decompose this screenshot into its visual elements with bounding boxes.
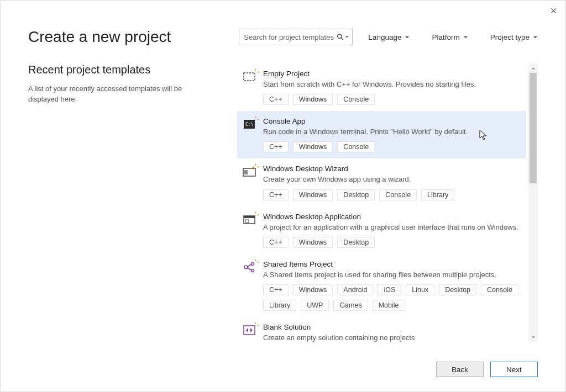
language-filter[interactable]: Language (368, 33, 410, 41)
template-tag: Console (337, 141, 375, 152)
template-tag: Windows (293, 141, 333, 152)
svg-text:C:\: C:\ (245, 122, 254, 127)
create-project-dialog: Create a new project Language Platform P… (0, 0, 566, 392)
template-description: Start from scratch with C++ for Windows.… (263, 80, 519, 89)
template-tag: Console (481, 284, 518, 295)
template-tag: Mobile (373, 300, 405, 311)
recent-panel: Recent project templates A list of your … (28, 63, 205, 105)
template-tags: C++WindowsDesktop (263, 237, 519, 248)
template-tag: Library (263, 300, 296, 311)
template-title: Shared Items Project (263, 260, 519, 268)
template-tags: C++WindowsAndroidiOSLinuxDesktopConsoleL… (263, 284, 519, 311)
scrollbar[interactable] (528, 63, 538, 342)
template-title: Empty Project (263, 70, 519, 78)
chevron-up-icon (531, 66, 536, 71)
svg-point-11 (251, 269, 254, 272)
shared-icon (242, 261, 256, 273)
template-item[interactable]: Blank Solution Create an empty solution … (237, 317, 526, 342)
template-description: A Shared Items project is used for shari… (263, 270, 519, 280)
template-tags: C++WindowsDesktopConsoleLibrary (263, 189, 519, 200)
back-button[interactable]: Back (436, 362, 484, 377)
solution-icon (242, 324, 256, 336)
filter-label: Language (368, 33, 401, 41)
desktopapp-icon (242, 214, 256, 226)
page-title: Create a new project (28, 28, 171, 46)
recent-heading: Recent project templates (28, 63, 205, 76)
template-body: Console App Run code in a Windows termin… (263, 117, 519, 152)
template-tag: iOS (378, 284, 401, 295)
template-tag: Desktop (439, 284, 476, 295)
template-body: Shared Items Project A Shared Items proj… (263, 260, 519, 311)
platform-filter[interactable]: Platform (432, 33, 468, 41)
template-body: Blank Solution Create an empty solution … (263, 323, 519, 342)
scroll-down-button[interactable] (528, 332, 538, 342)
template-item[interactable]: Empty Project Start from scratch with C+… (237, 63, 526, 111)
template-tag: Desktop (337, 237, 375, 248)
template-tag: C++ (263, 284, 289, 295)
template-title: Console App (263, 117, 519, 125)
template-body: Empty Project Start from scratch with C+… (263, 70, 519, 105)
template-tag: Windows (293, 237, 333, 248)
search-box[interactable] (239, 29, 353, 45)
template-tag: UWP (301, 300, 329, 311)
template-title: Blank Solution (263, 323, 519, 331)
svg-rect-5 (244, 170, 248, 174)
svg-point-9 (244, 266, 248, 269)
template-body: Windows Desktop Wizard Create your own W… (263, 165, 519, 200)
search-input[interactable] (244, 33, 337, 41)
template-description: Run code in a Windows terminal. Prints "… (263, 127, 519, 137)
template-item[interactable]: Windows Desktop Application A project fo… (237, 206, 526, 254)
template-tag: Windows (293, 94, 333, 105)
template-description: Create an empty solution containing no p… (263, 333, 519, 342)
chevron-down-icon (531, 335, 536, 340)
template-tags: C++WindowsConsole (263, 141, 519, 152)
project-type-filter[interactable]: Project type (490, 33, 538, 41)
template-item[interactable]: C:\ Console App Run code in a Windows te… (237, 111, 526, 158)
template-tag: Desktop (337, 189, 375, 200)
template-title: Windows Desktop Wizard (263, 165, 519, 173)
chevron-down-icon (405, 35, 410, 40)
recent-description: A list of your recently accessed templat… (28, 84, 183, 105)
next-button[interactable]: Next (490, 362, 538, 377)
template-list[interactable]: Empty Project Start from scratch with C+… (237, 63, 528, 342)
close-icon (551, 8, 557, 14)
template-tag: C++ (263, 94, 289, 105)
template-tag: Android (337, 284, 373, 295)
svg-rect-8 (245, 220, 249, 223)
scroll-thumb[interactable] (530, 73, 537, 183)
template-item[interactable]: Windows Desktop Wizard Create your own W… (237, 158, 526, 206)
empty-icon (242, 71, 256, 83)
footer: Back Next (436, 362, 538, 377)
svg-rect-1 (244, 73, 255, 81)
template-tag: Games (333, 300, 368, 311)
template-tag: C++ (263, 237, 289, 248)
template-tag: Library (421, 189, 454, 200)
template-body: Windows Desktop Application A project fo… (263, 213, 519, 248)
template-description: Create your own Windows app using a wiza… (263, 174, 519, 184)
template-tag: Windows (293, 189, 333, 200)
filter-label: Platform (432, 33, 459, 41)
template-tags: C++WindowsConsole (263, 94, 519, 105)
header: Create a new project Language Platform P… (28, 26, 538, 48)
template-title: Windows Desktop Application (263, 213, 519, 221)
template-tag: C++ (263, 189, 289, 200)
chevron-down-icon (463, 35, 468, 40)
filter-bar: Language Platform Project type (368, 33, 538, 41)
chevron-down-icon[interactable] (345, 35, 349, 39)
svg-point-0 (338, 34, 342, 38)
template-item[interactable]: Shared Items Project A Shared Items proj… (237, 254, 526, 317)
console-icon: C:\ (242, 118, 256, 130)
template-tag: Windows (293, 284, 333, 295)
template-tag: Linux (406, 284, 434, 295)
close-button[interactable] (548, 5, 559, 16)
template-tag: Console (379, 189, 417, 200)
template-list-container: Empty Project Start from scratch with C+… (237, 63, 538, 342)
filter-label: Project type (490, 33, 530, 41)
chevron-down-icon (533, 35, 538, 40)
scroll-up-button[interactable] (528, 63, 538, 73)
search-icon (337, 33, 344, 41)
template-tag: Console (337, 94, 375, 105)
template-tag: C++ (263, 141, 289, 152)
wizard-icon (242, 166, 256, 178)
template-description: A project for an application with a grap… (263, 223, 519, 232)
